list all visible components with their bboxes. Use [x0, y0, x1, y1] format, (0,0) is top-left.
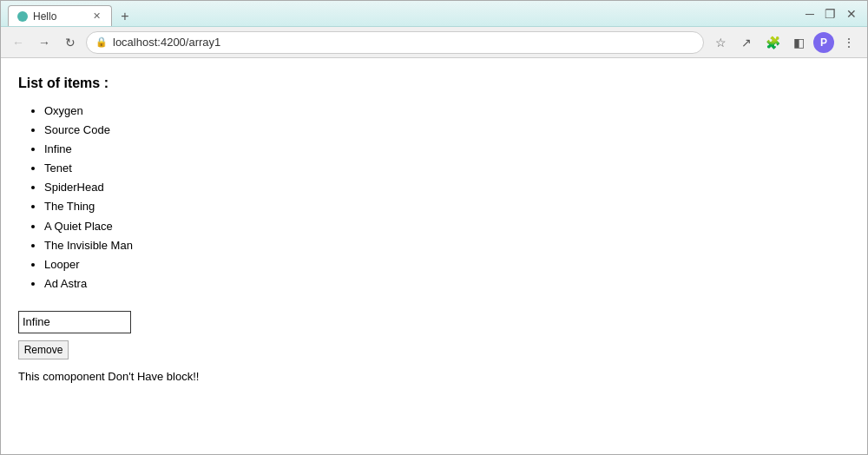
profile-avatar[interactable]: P: [813, 32, 834, 53]
page-content: List of items : OxygenSource CodeInfineT…: [1, 58, 867, 454]
menu-button[interactable]: ⋮: [838, 31, 860, 54]
sidebar-button[interactable]: ◧: [787, 31, 810, 54]
browser-tab[interactable]: Hello ✕: [8, 5, 112, 26]
restore-button[interactable]: ❐: [821, 8, 839, 20]
tab-title: Hello: [33, 10, 85, 23]
list-item: Ad Astra: [44, 274, 850, 293]
tab-area: Hello ✕ +: [8, 1, 135, 26]
list-item: A Quiet Place: [44, 217, 850, 236]
window-controls: ─ ❐ ✕: [802, 8, 860, 20]
remove-input[interactable]: [18, 311, 131, 333]
list-item: SpiderHead: [44, 178, 850, 197]
list-item: Oxygen: [44, 102, 850, 121]
tab-favicon: [17, 11, 28, 22]
browser-window: Hello ✕ + ─ ❐ ✕ ← → ↻ 🔒 ☆ ↗ 🧩 ◧ P ⋮ L: [0, 0, 868, 455]
bookmark-button[interactable]: ☆: [709, 31, 732, 54]
toolbar-actions: ☆ ↗ 🧩 ◧ P ⋮: [709, 31, 860, 54]
minimize-button[interactable]: ─: [802, 8, 818, 20]
reload-button[interactable]: ↻: [60, 32, 81, 53]
close-window-button[interactable]: ✕: [843, 8, 860, 20]
list-item: Infine: [44, 140, 850, 159]
remove-button[interactable]: Remove: [18, 340, 69, 359]
list-item: The Invisible Man: [44, 236, 850, 255]
share-button[interactable]: ↗: [735, 31, 758, 54]
lock-icon: 🔒: [95, 36, 108, 48]
tab-close-button[interactable]: ✕: [90, 10, 102, 23]
list-item: Looper: [44, 255, 850, 274]
back-button[interactable]: ←: [8, 32, 29, 53]
toolbar: ← → ↻ 🔒 ☆ ↗ 🧩 ◧ P ⋮: [1, 27, 867, 58]
input-section: Remove: [18, 311, 850, 359]
forward-button[interactable]: →: [34, 32, 55, 53]
url-input[interactable]: [113, 36, 694, 49]
list-item: Tenet: [44, 159, 850, 178]
new-tab-button[interactable]: +: [115, 7, 135, 26]
status-message: This comoponent Don't Have block!!: [18, 370, 850, 383]
page-heading: List of items :: [18, 76, 850, 91]
title-bar: Hello ✕ + ─ ❐ ✕: [1, 1, 867, 27]
list-item: The Thing: [44, 197, 850, 216]
list-item: Source Code: [44, 121, 850, 140]
extensions-button[interactable]: 🧩: [761, 31, 784, 54]
items-list: OxygenSource CodeInfineTenetSpiderHeadTh…: [18, 102, 850, 293]
address-bar[interactable]: 🔒: [86, 31, 704, 54]
